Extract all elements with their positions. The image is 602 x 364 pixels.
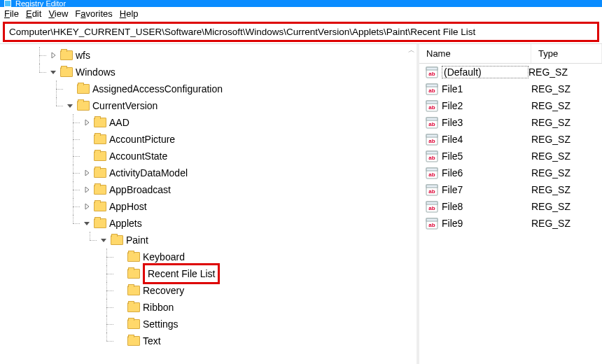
svg-rect-16 — [426, 151, 438, 154]
chevron-down-icon[interactable] — [83, 219, 91, 227]
tree-pane[interactable]: ︿ wfsWindowsAssignedAccessConfigurationC… — [0, 44, 416, 364]
col-header-type[interactable]: Type — [531, 44, 602, 63]
value-type: REG_SZ — [531, 117, 602, 128]
menu-file[interactable]: File — [4, 8, 19, 19]
string-value-icon: ab — [425, 99, 439, 113]
tree-node[interactable]: Windows — [49, 64, 416, 80]
value-type: REG_SZ — [531, 150, 602, 162]
menu-view[interactable]: View — [48, 8, 68, 19]
folder-icon — [60, 67, 73, 77]
list-item[interactable]: abFile2REG_SZ — [419, 97, 602, 114]
value-type: REG_SZ — [531, 184, 602, 195]
svg-text:ab: ab — [428, 88, 435, 94]
chevron-down-icon[interactable] — [49, 68, 57, 76]
app-icon — [4, 0, 11, 7]
svg-text:ab: ab — [428, 205, 435, 211]
menu-favorites[interactable]: Favorites — [75, 8, 112, 19]
tree-node-label: AssignedAccessConfiguration — [92, 80, 223, 97]
string-value-icon: ab — [425, 183, 439, 197]
tree-node-label: wfs — [76, 47, 90, 64]
folder-icon — [77, 84, 90, 94]
list-item[interactable]: abFile4REG_SZ — [419, 131, 602, 148]
tree-node[interactable]: Ribbon — [116, 299, 416, 316]
svg-rect-13 — [426, 134, 438, 137]
folder-icon — [94, 168, 106, 178]
chevron-right-icon[interactable] — [83, 202, 91, 211]
value-type: REG_SZ — [531, 83, 602, 94]
tree-node-label: Applets — [109, 215, 142, 232]
address-bar-container: Computer\HKEY_CURRENT_USER\Software\Micr… — [0, 20, 602, 43]
svg-rect-10 — [426, 118, 438, 120]
tree-node[interactable]: CurrentVersion — [66, 97, 416, 114]
folder-icon — [127, 269, 140, 279]
tree-node[interactable]: Recovery — [116, 282, 416, 299]
menu-help[interactable]: Help — [120, 8, 139, 19]
value-type: REG_SZ — [531, 100, 602, 111]
value-name: File5 — [442, 150, 531, 162]
tree-node[interactable]: AAD — [83, 114, 416, 131]
list-item[interactable]: abFile7REG_SZ — [419, 181, 602, 198]
tree-node-label: Recent File List — [143, 263, 220, 284]
tree-node[interactable]: wfs — [49, 47, 416, 64]
svg-rect-28 — [426, 218, 438, 221]
tree-node[interactable]: AccountPicture — [83, 131, 416, 148]
chevron-down-icon[interactable] — [99, 236, 108, 244]
address-bar[interactable]: Computer\HKEY_CURRENT_USER\Software\Micr… — [3, 22, 599, 42]
tree-node[interactable]: AccountState — [83, 148, 416, 164]
tree-node-label: Recovery — [143, 282, 184, 299]
value-name: File1 — [442, 83, 531, 94]
svg-rect-25 — [426, 202, 438, 204]
list-item[interactable]: abFile6REG_SZ — [419, 164, 602, 181]
tree-node[interactable]: Text — [116, 332, 416, 349]
svg-rect-4 — [426, 84, 438, 87]
value-name: File6 — [442, 167, 531, 178]
chevron-right-icon[interactable] — [83, 186, 91, 194]
list-item[interactable]: ab(Default)REG_SZ — [419, 64, 602, 80]
tree-node-label: AAD — [109, 114, 130, 131]
svg-text:ab: ab — [428, 155, 435, 161]
menu-bar: File Edit View Favorites Help — [0, 7, 602, 20]
tree-node[interactable]: Applets — [83, 215, 416, 232]
string-value-icon: ab — [425, 149, 439, 163]
col-header-name[interactable]: Name — [419, 44, 531, 63]
folder-icon — [127, 252, 140, 262]
tree-node-label: AccountPicture — [109, 131, 175, 148]
tree-node-label: Settings — [143, 316, 178, 332]
tree-node[interactable]: AppHost — [83, 198, 416, 215]
tree-node[interactable]: Paint — [99, 232, 416, 248]
list-item[interactable]: abFile3REG_SZ — [419, 114, 602, 131]
string-value-icon: ab — [425, 132, 439, 146]
chevron-down-icon[interactable] — [66, 102, 74, 110]
list-item[interactable]: abFile9REG_SZ — [419, 215, 602, 232]
string-value-icon: ab — [425, 82, 439, 96]
tree-node-label: Text — [143, 332, 161, 349]
chevron-right-icon[interactable] — [83, 169, 91, 177]
value-name: File7 — [442, 184, 531, 195]
list-item[interactable]: abFile1REG_SZ — [419, 80, 602, 97]
folder-icon — [60, 50, 73, 60]
svg-rect-19 — [426, 168, 438, 171]
svg-text:ab: ab — [428, 104, 435, 111]
list-item[interactable]: abFile5REG_SZ — [419, 148, 602, 164]
tree-node-label: CurrentVersion — [92, 97, 158, 114]
value-type: REG_SZ — [531, 167, 602, 178]
title-bar: Registry Editor — [0, 0, 602, 7]
value-name: File3 — [442, 117, 531, 128]
menu-edit[interactable]: Edit — [26, 8, 41, 19]
tree-node[interactable]: ActivityDataModel — [83, 164, 416, 181]
list-item[interactable]: abFile8REG_SZ — [419, 198, 602, 215]
chevron-right-icon[interactable] — [83, 118, 91, 127]
tree-node[interactable]: Settings — [116, 316, 416, 332]
string-value-icon: ab — [425, 166, 439, 180]
tree-node[interactable]: AppBroadcast — [83, 181, 416, 198]
folder-icon — [127, 336, 140, 346]
registry-tree: wfsWindowsAssignedAccessConfigurationCur… — [0, 47, 416, 349]
tree-node-label: ActivityDataModel — [109, 164, 188, 181]
tree-node[interactable]: Recent File List — [116, 265, 416, 282]
svg-text:ab: ab — [428, 222, 435, 228]
main-split: ︿ wfsWindowsAssignedAccessConfigurationC… — [0, 43, 602, 364]
value-name: File2 — [442, 100, 531, 111]
string-value-icon: ab — [425, 115, 439, 130]
tree-node[interactable]: AssignedAccessConfiguration — [66, 80, 416, 97]
chevron-right-icon[interactable] — [49, 51, 57, 59]
